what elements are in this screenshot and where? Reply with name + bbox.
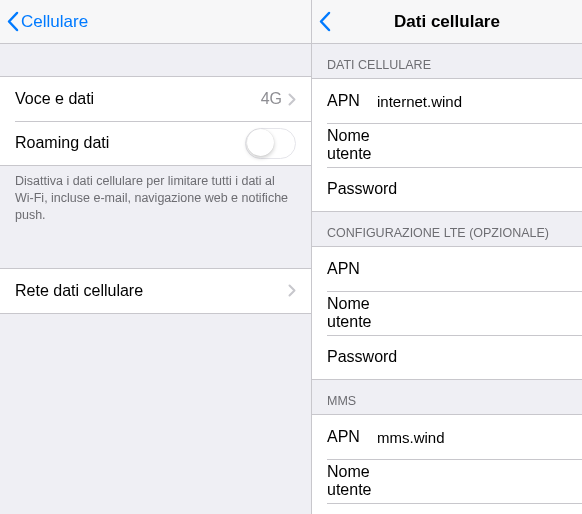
chevron-left-icon: [318, 11, 331, 32]
apn-label: APN: [327, 92, 377, 110]
lte-username-row[interactable]: Nome utente: [312, 291, 582, 335]
back-label: Cellulare: [21, 12, 88, 32]
username-label: Nome utente: [327, 127, 377, 163]
voice-data-row[interactable]: Voce e dati 4G: [0, 77, 311, 121]
right-content: DATI CELLULARE APN Nome utente Password …: [312, 44, 582, 514]
cellular-group: APN Nome utente Password: [312, 78, 582, 212]
apn-label: APN: [327, 260, 377, 278]
lte-username-input[interactable]: [377, 305, 567, 322]
section-header-lte: CONFIGURAZIONE LTE (OPZIONALE): [312, 212, 582, 246]
voice-data-value: 4G: [261, 90, 282, 108]
chevron-left-icon: [6, 11, 19, 32]
right-pane: Dati cellulare DATI CELLULARE APN Nome u…: [312, 0, 582, 514]
page-title: Dati cellulare: [312, 12, 582, 32]
voice-data-label: Voce e dati: [15, 90, 261, 108]
voice-roaming-group: Voce e dati 4G Roaming dati: [0, 76, 311, 166]
username-label: Nome utente: [327, 463, 377, 499]
left-content: Voce e dati 4G Roaming dati Disattiva i …: [0, 44, 311, 514]
cellular-username-input[interactable]: [377, 137, 567, 154]
lte-apn-input[interactable]: [377, 261, 567, 278]
mms-password-row[interactable]: Password: [312, 503, 582, 514]
cellular-network-row[interactable]: Rete dati cellulare: [0, 269, 311, 313]
cellular-password-input[interactable]: [397, 181, 582, 198]
back-button[interactable]: [318, 11, 331, 32]
navbar-right: Dati cellulare: [312, 0, 582, 44]
username-label: Nome utente: [327, 295, 377, 331]
mms-apn-row[interactable]: APN: [312, 415, 582, 459]
section-header-cellular: DATI CELLULARE: [312, 44, 582, 78]
chevron-right-icon: [288, 284, 296, 297]
cellular-network-label: Rete dati cellulare: [15, 282, 288, 300]
network-group: Rete dati cellulare: [0, 268, 311, 314]
cellular-username-row[interactable]: Nome utente: [312, 123, 582, 167]
mms-username-input[interactable]: [377, 473, 567, 490]
roaming-label: Roaming dati: [15, 134, 245, 152]
password-label: Password: [327, 348, 397, 366]
lte-password-input[interactable]: [397, 349, 582, 366]
left-pane: Cellulare Voce e dati 4G Roaming dati Di…: [0, 0, 312, 514]
switch-knob: [247, 129, 274, 156]
mms-username-row[interactable]: Nome utente: [312, 459, 582, 503]
lte-group: APN Nome utente Password: [312, 246, 582, 380]
lte-password-row[interactable]: Password: [312, 335, 582, 379]
roaming-data-row: Roaming dati: [0, 121, 311, 165]
cellular-footer-note: Disattiva i dati cellulare per limitare …: [0, 166, 311, 236]
roaming-switch[interactable]: [245, 128, 296, 159]
chevron-right-icon: [288, 93, 296, 106]
lte-apn-row[interactable]: APN: [312, 247, 582, 291]
apn-label: APN: [327, 428, 377, 446]
cellular-apn-row[interactable]: APN: [312, 79, 582, 123]
navbar-left: Cellulare: [0, 0, 311, 44]
mms-apn-input[interactable]: [377, 429, 567, 446]
cellular-password-row[interactable]: Password: [312, 167, 582, 211]
mms-group: APN Nome utente Password: [312, 414, 582, 514]
back-button[interactable]: Cellulare: [6, 11, 88, 32]
section-header-mms: MMS: [312, 380, 582, 414]
cellular-apn-input[interactable]: [377, 93, 567, 110]
password-label: Password: [327, 180, 397, 198]
